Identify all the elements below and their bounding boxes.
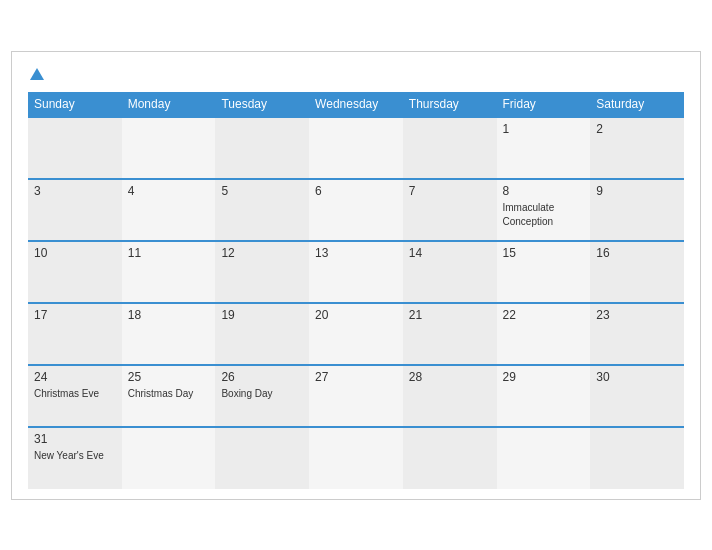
calendar-cell: 8Immaculate Conception xyxy=(497,179,591,241)
calendar-cell: 5 xyxy=(215,179,309,241)
day-number: 28 xyxy=(409,370,491,384)
day-number: 20 xyxy=(315,308,397,322)
calendar-cell: 7 xyxy=(403,179,497,241)
day-number: 18 xyxy=(128,308,210,322)
calendar-cell: 16 xyxy=(590,241,684,303)
calendar-cell xyxy=(590,427,684,489)
calendar-week-row: 24Christmas Eve25Christmas Day26Boxing D… xyxy=(28,365,684,427)
holiday-label: Christmas Day xyxy=(128,388,194,399)
calendar-cell: 17 xyxy=(28,303,122,365)
calendar-cell xyxy=(309,427,403,489)
calendar-cell: 12 xyxy=(215,241,309,303)
day-number: 21 xyxy=(409,308,491,322)
day-number: 3 xyxy=(34,184,116,198)
calendar-cell xyxy=(122,427,216,489)
calendar-cell xyxy=(497,427,591,489)
day-number: 1 xyxy=(503,122,585,136)
day-number: 24 xyxy=(34,370,116,384)
day-number: 8 xyxy=(503,184,585,198)
calendar-cell: 20 xyxy=(309,303,403,365)
calendar-table: SundayMondayTuesdayWednesdayThursdayFrid… xyxy=(28,92,684,489)
day-number: 12 xyxy=(221,246,303,260)
calendar-cell: 26Boxing Day xyxy=(215,365,309,427)
calendar-cell: 19 xyxy=(215,303,309,365)
calendar-cell: 13 xyxy=(309,241,403,303)
calendar-cell: 28 xyxy=(403,365,497,427)
weekday-header-tuesday: Tuesday xyxy=(215,92,309,117)
calendar: SundayMondayTuesdayWednesdayThursdayFrid… xyxy=(11,51,701,500)
day-number: 6 xyxy=(315,184,397,198)
calendar-cell: 14 xyxy=(403,241,497,303)
calendar-cell xyxy=(28,117,122,179)
holiday-label: New Year's Eve xyxy=(34,450,104,461)
calendar-cell: 3 xyxy=(28,179,122,241)
calendar-cell: 18 xyxy=(122,303,216,365)
calendar-cell: 4 xyxy=(122,179,216,241)
calendar-cell: 24Christmas Eve xyxy=(28,365,122,427)
calendar-cell: 30 xyxy=(590,365,684,427)
day-number: 11 xyxy=(128,246,210,260)
day-number: 22 xyxy=(503,308,585,322)
day-number: 30 xyxy=(596,370,678,384)
calendar-cell: 15 xyxy=(497,241,591,303)
day-number: 29 xyxy=(503,370,585,384)
calendar-cell xyxy=(215,117,309,179)
day-number: 10 xyxy=(34,246,116,260)
calendar-cell xyxy=(122,117,216,179)
day-number: 4 xyxy=(128,184,210,198)
calendar-cell xyxy=(215,427,309,489)
holiday-label: Immaculate Conception xyxy=(503,202,555,227)
day-number: 23 xyxy=(596,308,678,322)
calendar-week-row: 10111213141516 xyxy=(28,241,684,303)
weekday-header-row: SundayMondayTuesdayWednesdayThursdayFrid… xyxy=(28,92,684,117)
calendar-cell: 1 xyxy=(497,117,591,179)
calendar-cell: 25Christmas Day xyxy=(122,365,216,427)
calendar-cell: 11 xyxy=(122,241,216,303)
logo-triangle-icon xyxy=(30,68,44,80)
calendar-week-row: 345678Immaculate Conception9 xyxy=(28,179,684,241)
calendar-cell: 10 xyxy=(28,241,122,303)
calendar-week-row: 12 xyxy=(28,117,684,179)
calendar-cell: 31New Year's Eve xyxy=(28,427,122,489)
weekday-header-saturday: Saturday xyxy=(590,92,684,117)
day-number: 26 xyxy=(221,370,303,384)
weekday-header-friday: Friday xyxy=(497,92,591,117)
calendar-header xyxy=(28,68,684,80)
holiday-label: Christmas Eve xyxy=(34,388,99,399)
weekday-header-thursday: Thursday xyxy=(403,92,497,117)
calendar-cell: 2 xyxy=(590,117,684,179)
day-number: 2 xyxy=(596,122,678,136)
calendar-cell: 9 xyxy=(590,179,684,241)
day-number: 16 xyxy=(596,246,678,260)
day-number: 17 xyxy=(34,308,116,322)
day-number: 13 xyxy=(315,246,397,260)
calendar-cell: 29 xyxy=(497,365,591,427)
calendar-week-row: 17181920212223 xyxy=(28,303,684,365)
day-number: 31 xyxy=(34,432,116,446)
day-number: 5 xyxy=(221,184,303,198)
calendar-week-row: 31New Year's Eve xyxy=(28,427,684,489)
day-number: 9 xyxy=(596,184,678,198)
calendar-cell: 27 xyxy=(309,365,403,427)
weekday-header-monday: Monday xyxy=(122,92,216,117)
day-number: 19 xyxy=(221,308,303,322)
day-number: 7 xyxy=(409,184,491,198)
calendar-cell xyxy=(403,117,497,179)
day-number: 25 xyxy=(128,370,210,384)
calendar-cell: 23 xyxy=(590,303,684,365)
calendar-cell: 21 xyxy=(403,303,497,365)
weekday-header-wednesday: Wednesday xyxy=(309,92,403,117)
day-number: 14 xyxy=(409,246,491,260)
calendar-cell: 6 xyxy=(309,179,403,241)
holiday-label: Boxing Day xyxy=(221,388,272,399)
calendar-cell xyxy=(403,427,497,489)
day-number: 27 xyxy=(315,370,397,384)
calendar-cell: 22 xyxy=(497,303,591,365)
day-number: 15 xyxy=(503,246,585,260)
weekday-header-sunday: Sunday xyxy=(28,92,122,117)
logo xyxy=(28,68,44,80)
calendar-cell xyxy=(309,117,403,179)
